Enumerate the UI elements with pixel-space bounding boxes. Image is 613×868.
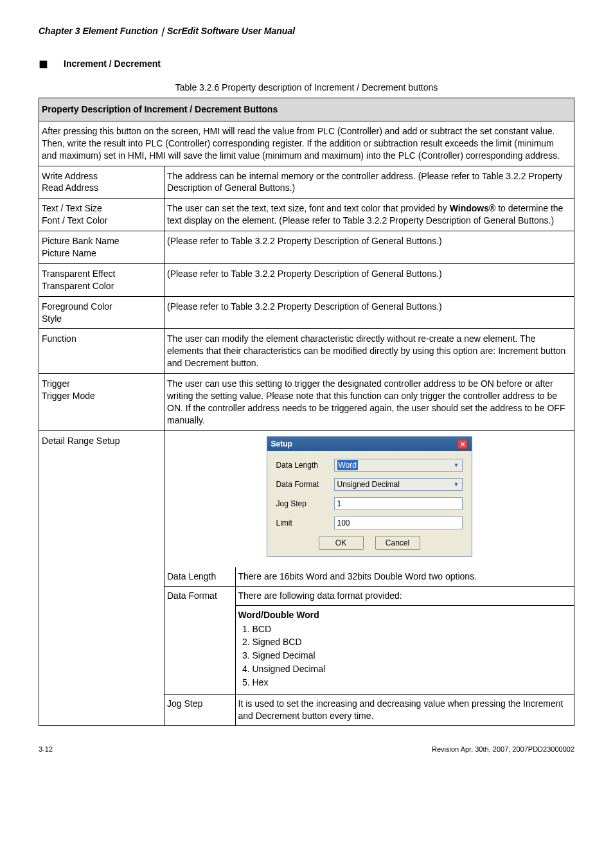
table-caption: Table 3.2.6 Property description of Incr…	[39, 82, 574, 93]
setup-dialog: Setup ✕ Data Length Word ▼ Data Forma	[267, 436, 472, 557]
label: Transparent Color	[42, 280, 161, 292]
list-item: Signed Decimal	[253, 649, 572, 662]
label: Picture Bank Name	[42, 235, 161, 247]
select-value: Unsigned Decimal	[337, 479, 400, 490]
row-desc: (Please refer to Table 3.2.2 Property De…	[164, 263, 574, 296]
field-label: Jog Step	[276, 499, 334, 509]
jog-step-input[interactable]: 1	[334, 497, 463, 510]
row-desc: (Please refer to Table 3.2.2 Property De…	[164, 231, 574, 264]
dialog-title: Setup	[271, 439, 292, 449]
data-length-select[interactable]: Word ▼	[334, 459, 463, 472]
label: Read Address	[42, 182, 161, 194]
page-footer: 3-12 Revision Apr. 30th, 2007, 2007PDD23…	[39, 745, 574, 753]
row-desc: (Please refer to Table 3.2.2 Property De…	[164, 296, 574, 329]
row-label: Picture Bank Name Picture Name	[39, 231, 164, 264]
section-heading-row: ◼ Increment / Decrement	[39, 57, 574, 71]
word-heading: Word/Double Word	[238, 609, 572, 621]
list-item: Signed BCD	[253, 635, 572, 649]
row-label: Text / Text Size Font / Text Color	[39, 199, 164, 231]
label: Picture Name	[42, 247, 161, 260]
label: Style	[42, 313, 161, 325]
list-item: Unsigned Decimal	[253, 662, 572, 676]
row-label: Function	[39, 329, 164, 374]
row-desc: The user can set the text, text size, fo…	[164, 199, 574, 231]
text: The user can set the text, text size, fo…	[167, 203, 450, 213]
label: Transparent Effect	[42, 268, 161, 280]
row-desc: The user can modify the element characte…	[164, 329, 574, 374]
select-value: Word	[337, 460, 358, 470]
cancel-button[interactable]: Cancel	[375, 536, 420, 550]
inner-desc: It is used to set the increasing and dec…	[235, 695, 574, 725]
inner-desc: Word/Double Word BCD Signed BCD Signed D…	[235, 605, 574, 694]
detail-setup-cell: Setup ✕ Data Length Word ▼ Data Forma	[164, 430, 574, 725]
property-table: Property Description of Increment / Decr…	[39, 98, 574, 726]
label: Trigger	[42, 378, 161, 390]
inner-label: Data Format	[164, 586, 235, 694]
label: Write Address	[42, 170, 161, 182]
chevron-down-icon: ▼	[454, 461, 459, 469]
close-icon[interactable]: ✕	[458, 439, 468, 449]
row-desc: The address can be internal memory or th…	[164, 166, 574, 199]
revision-text: Revision Apr. 30th, 2007, 2007PDD2300000…	[432, 745, 574, 753]
field-label: Data Length	[276, 460, 334, 470]
row-label: Detail Range Setup	[39, 430, 164, 725]
row-label: Foreground Color Style	[39, 296, 164, 329]
label: Foreground Color	[42, 301, 161, 313]
label: Text / Text Size	[42, 202, 161, 215]
dialog-titlebar: Setup ✕	[267, 437, 472, 451]
row-label: Write Address Read Address	[39, 166, 164, 199]
inner-label: Data Length	[164, 567, 235, 586]
input-value: 1	[337, 499, 342, 509]
detail-inner-table: Data Length There are 16bits Word and 32…	[164, 567, 574, 725]
inner-label: Jog Step	[164, 695, 235, 725]
label: Font / Text Color	[42, 215, 161, 227]
input-value: 100	[337, 518, 350, 528]
row-label: Trigger Trigger Mode	[39, 374, 164, 431]
dialog-body: Data Length Word ▼ Data Format Unsigned …	[267, 451, 472, 556]
inner-desc: There are following data format provided…	[235, 586, 574, 605]
text-bold: Windows®	[450, 203, 496, 213]
limit-input[interactable]: 100	[334, 517, 463, 529]
field-label: Limit	[276, 518, 334, 528]
table-title-row: Property Description of Increment / Decr…	[39, 98, 574, 121]
field-label: Data Format	[276, 479, 334, 490]
intro-cell: After pressing this button on the screen…	[39, 121, 574, 166]
row-desc: The user can use this setting to trigger…	[164, 374, 574, 431]
label: Trigger Mode	[42, 390, 161, 402]
list-item: Hex	[253, 676, 572, 689]
format-list: BCD Signed BCD Signed Decimal Unsigned D…	[238, 623, 572, 689]
list-item: BCD	[253, 623, 572, 636]
data-format-select[interactable]: Unsigned Decimal ▼	[334, 478, 463, 491]
section-title: Increment / Decrement	[64, 58, 161, 69]
bullet-icon: ◼	[39, 57, 48, 71]
chevron-down-icon: ▼	[454, 481, 459, 488]
ok-button[interactable]: OK	[319, 536, 364, 550]
page-header: Chapter 3 Element Function｜ScrEdit Softw…	[39, 26, 574, 37]
row-label: Transparent Effect Transparent Color	[39, 263, 164, 296]
page-number: 3-12	[39, 745, 53, 753]
inner-desc: There are 16bits Word and 32bits Double …	[235, 567, 574, 586]
